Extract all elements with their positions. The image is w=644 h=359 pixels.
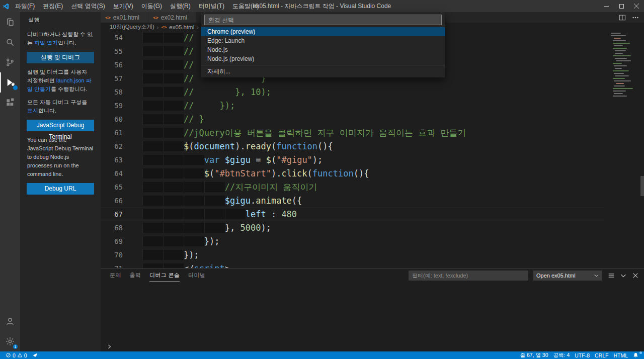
quick-pick-item[interactable]: Chrome (preview) bbox=[201, 27, 445, 36]
panel-header: 문제출력디버그 콘솔터미널 Open ex05.html bbox=[101, 268, 644, 282]
minimize-button[interactable] bbox=[599, 0, 614, 12]
minimap-mark bbox=[614, 93, 623, 94]
code-line[interactable]: 58 // }, 10); bbox=[101, 85, 604, 99]
encoding[interactable]: UTF-8 bbox=[572, 352, 592, 358]
code-text: // bbox=[142, 31, 194, 45]
sidebar-content: 디버그하거나 실행할 수 있는 파일 열기입니다.실행 및 디버그실행 및 디버… bbox=[20, 30, 101, 195]
eol[interactable]: CRLF bbox=[592, 352, 611, 358]
line-number: 65 bbox=[101, 181, 132, 194]
code-text: //지구이미지 움직이기 bbox=[142, 181, 317, 194]
sidebar-item-source-control[interactable] bbox=[0, 52, 20, 72]
code-line[interactable]: 65 //지구이미지 움직이기 bbox=[101, 181, 604, 194]
code-line[interactable]: 61 //jQuery이용 버튼을 클릭하면 지구 이미지가 움직이는 효과 만… bbox=[101, 126, 604, 140]
problems-status[interactable]: 0 0 bbox=[3, 352, 30, 358]
line-number: 58 bbox=[101, 85, 132, 99]
panel-collapse-icon[interactable] bbox=[620, 272, 627, 279]
line-number: 55 bbox=[101, 45, 132, 58]
settings-button[interactable]: 1 bbox=[0, 331, 20, 351]
minimap-mark bbox=[613, 40, 626, 41]
code-line[interactable]: 67 left : 480 bbox=[101, 208, 604, 221]
quick-pick: Chrome (preview)Edge: LaunchNode.jsNode.… bbox=[201, 12, 445, 77]
line-number: 70 bbox=[101, 248, 132, 262]
source-control-icon bbox=[5, 57, 15, 67]
breadcrumb-item-folder[interactable]: 10장(jQuery소개) bbox=[110, 23, 154, 31]
debug-url-button[interactable]: Debug URL bbox=[27, 183, 94, 195]
code-line[interactable]: 62 $(document).ready(function(){ bbox=[101, 140, 604, 153]
menu-item[interactable]: 선택 영역(S) bbox=[67, 0, 109, 12]
quick-pick-item[interactable]: 자세히... bbox=[201, 67, 445, 76]
account-button[interactable] bbox=[0, 311, 20, 331]
minimap-mark bbox=[614, 45, 623, 46]
code-text: // }, 10); bbox=[142, 85, 271, 99]
js-debug-terminal-button[interactable]: JavaScript Debug Terminal bbox=[27, 120, 94, 131]
minimap-mark bbox=[615, 75, 629, 76]
panel-tab[interactable]: 터미널 bbox=[188, 268, 205, 282]
code-line[interactable]: 68 }, 5000); bbox=[101, 221, 604, 235]
breadcrumb-separator: › bbox=[197, 24, 199, 30]
notifications-button[interactable] bbox=[630, 352, 641, 358]
code-line[interactable]: 59 // }); bbox=[101, 99, 604, 113]
cursor-position[interactable]: 줄 67, 열 30 bbox=[518, 352, 551, 359]
quick-pick-item[interactable]: Node.js bbox=[201, 45, 445, 54]
code-line[interactable]: 60 // } bbox=[101, 113, 604, 126]
quick-pick-item[interactable]: Node.js (preview) bbox=[201, 54, 445, 63]
debug-console-input[interactable] bbox=[101, 342, 644, 351]
editor-actions bbox=[619, 12, 644, 23]
code-line[interactable]: 64 $("#btnStart").click(function(){ bbox=[101, 167, 604, 181]
code-text: left : 480 bbox=[142, 208, 297, 221]
notification-dot bbox=[639, 351, 642, 354]
console-session-select[interactable]: Open ex05.html bbox=[533, 271, 602, 281]
scrollbar[interactable] bbox=[640, 176, 644, 196]
code-text: //jQuery이용 버튼을 클릭하면 지구 이미지가 움직이는 효과 만들기 bbox=[142, 126, 466, 140]
run-and-debug-button[interactable]: 실행 및 디버그 bbox=[27, 52, 94, 63]
menu-item[interactable]: 터미널(T) bbox=[195, 0, 228, 12]
menu-item[interactable]: 파일(F) bbox=[11, 0, 39, 12]
editor-tab[interactable]: <>ex01.html bbox=[101, 12, 148, 23]
code-line[interactable]: 70 }); bbox=[101, 248, 604, 262]
sidebar-item-extensions[interactable] bbox=[0, 93, 20, 113]
panel-close-icon[interactable] bbox=[632, 272, 639, 279]
title-bar: 파일(F)편집(E)선택 영역(S)보기(V)이동(G)실행(R)터미널(T)도… bbox=[0, 0, 644, 12]
feedback-status[interactable] bbox=[30, 352, 40, 358]
minimap-mark bbox=[616, 83, 624, 84]
minimap-mark bbox=[614, 38, 621, 39]
sidebar-link[interactable]: 파일 열기 bbox=[34, 40, 58, 46]
editor-tab[interactable]: <>ex02.html bbox=[148, 12, 196, 23]
sidebar-item-explorer[interactable] bbox=[0, 12, 20, 32]
extensions-icon bbox=[5, 98, 15, 108]
quick-pick-input[interactable] bbox=[204, 15, 442, 25]
code-line[interactable]: 66 $gigu.animate({ bbox=[101, 194, 604, 208]
panel-tab[interactable]: 디버그 콘솔 bbox=[149, 268, 180, 282]
menu-item[interactable]: 실행(R) bbox=[166, 0, 195, 12]
menu-item[interactable]: 보기(V) bbox=[109, 0, 137, 12]
language-mode[interactable]: HTML bbox=[611, 352, 630, 358]
code-line[interactable]: 71 </script> bbox=[101, 262, 604, 268]
console-filter-input[interactable] bbox=[409, 271, 528, 281]
sidebar-text: 디버그하거나 실행할 수 있는 파일 열기입니다. bbox=[20, 30, 101, 47]
account-icon bbox=[5, 316, 15, 326]
line-number: 69 bbox=[101, 235, 132, 248]
line-number: 61 bbox=[101, 126, 132, 140]
menu-item[interactable]: 이동(G) bbox=[137, 0, 166, 12]
minimap[interactable] bbox=[609, 31, 640, 98]
sidebar-link[interactable]: 표시 bbox=[27, 108, 38, 114]
debug-console-output bbox=[101, 282, 644, 342]
breadcrumb-item-file[interactable]: ex05.html bbox=[169, 24, 194, 30]
sidebar-item-run-and-debug[interactable] bbox=[0, 72, 20, 93]
minimap-mark bbox=[615, 68, 622, 69]
panel-tab[interactable]: 출력 bbox=[130, 268, 141, 282]
code-line[interactable]: 69 }); bbox=[101, 235, 604, 248]
maximize-button[interactable] bbox=[614, 0, 629, 12]
indentation[interactable]: 공백: 4 bbox=[551, 352, 573, 359]
code-line[interactable]: 63 var $gigu = $("#gigu"); bbox=[101, 153, 604, 167]
quick-pick-item[interactable]: Edge: Launch bbox=[201, 36, 445, 45]
close-button[interactable] bbox=[629, 0, 644, 12]
split-editor-icon[interactable] bbox=[619, 14, 626, 21]
panel-menu-icon[interactable] bbox=[608, 272, 615, 279]
panel-tab[interactable]: 문제 bbox=[110, 268, 121, 282]
sidebar-item-search[interactable] bbox=[0, 32, 20, 52]
more-actions-icon[interactable] bbox=[632, 14, 639, 21]
menu-item[interactable]: 편집(E) bbox=[39, 0, 67, 12]
status-bar: 0 0 줄 67, 열 30공백: 4UTF-8CRLFHTML bbox=[0, 351, 644, 359]
run-and-debug-sidebar: 실행 디버그하거나 실행할 수 있는 파일 열기입니다.실행 및 디버그실행 및… bbox=[20, 12, 101, 351]
